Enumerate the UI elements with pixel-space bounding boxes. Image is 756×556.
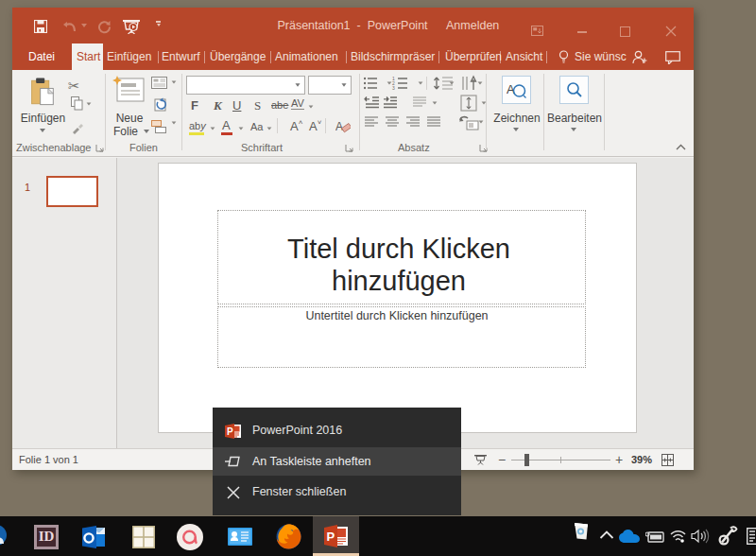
svg-text:P: P [227,426,233,437]
svg-text:P: P [327,530,335,544]
svg-text:A: A [335,120,343,133]
svg-text:3: 3 [392,85,395,90]
